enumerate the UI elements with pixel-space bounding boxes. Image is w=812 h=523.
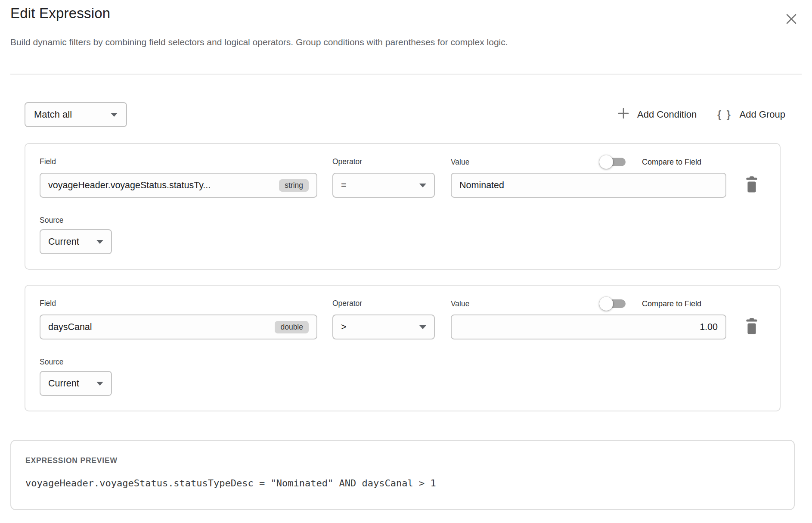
condition-card: Field daysCanal double Operator > Value <box>25 285 781 411</box>
field-label: Field <box>40 157 317 166</box>
compare-toggle[interactable] <box>599 155 626 169</box>
field-label: Field <box>40 299 317 308</box>
value-label: Value <box>451 299 469 308</box>
compare-toggle[interactable] <box>599 297 626 311</box>
field-select[interactable]: daysCanal double <box>40 314 317 339</box>
compare-to-field-label: Compare to Field <box>642 158 701 167</box>
field-value: voyageHeader.voyageStatus.statusTy... <box>48 180 273 191</box>
toggle-thumb-icon <box>599 297 613 311</box>
expression-preview-code: voyageHeader.voyageStatus.statusTypeDesc… <box>25 478 780 489</box>
operator-value: > <box>341 322 347 333</box>
plus-icon <box>617 107 629 122</box>
expression-preview-panel: EXPRESSION PREVIEW voyageHeader.voyageSt… <box>10 440 795 510</box>
delete-condition-button[interactable] <box>742 175 762 195</box>
chevron-down-icon <box>419 184 426 187</box>
toggle-thumb-icon <box>599 155 613 169</box>
chevron-down-icon <box>111 113 118 117</box>
field-type-badge: string <box>279 179 309 192</box>
source-select[interactable]: Current <box>40 371 112 396</box>
field-select[interactable]: voyageHeader.voyageStatus.statusTy... st… <box>40 173 317 198</box>
operator-select[interactable]: > <box>332 314 435 339</box>
value-input[interactable] <box>451 173 726 198</box>
field-type-badge: double <box>275 321 309 334</box>
compare-to-field-label: Compare to Field <box>642 299 701 308</box>
chevron-down-icon <box>419 325 426 329</box>
add-group-button[interactable]: { } Add Group <box>717 109 785 121</box>
trash-icon <box>744 175 759 195</box>
dialog-subtitle: Build dynamic filters by combining field… <box>10 36 802 48</box>
compare-to-field-group: Compare to Field <box>599 155 726 169</box>
operator-label: Operator <box>332 299 435 308</box>
header-divider <box>10 74 802 75</box>
value-label: Value <box>451 158 469 167</box>
field-value: daysCanal <box>48 322 269 333</box>
close-icon <box>786 13 797 26</box>
chevron-down-icon <box>96 382 103 386</box>
edit-expression-dialog: Edit Expression Build dynamic filters by… <box>0 5 812 510</box>
operator-select[interactable]: = <box>332 173 435 198</box>
add-group-label: Add Group <box>740 109 785 120</box>
add-condition-label: Add Condition <box>637 109 697 120</box>
match-mode-value: Match all <box>34 109 72 120</box>
match-mode-select[interactable]: Match all <box>25 102 127 127</box>
operator-value: = <box>341 180 347 191</box>
delete-condition-button[interactable] <box>742 317 762 336</box>
toolbar: Match all Add Condition { } Add Group <box>10 102 802 127</box>
expression-preview-heading: EXPRESSION PREVIEW <box>25 456 780 465</box>
add-condition-button[interactable]: Add Condition <box>617 107 697 122</box>
value-input[interactable] <box>451 314 726 339</box>
source-select[interactable]: Current <box>40 229 112 254</box>
trash-icon <box>744 317 759 336</box>
toolbar-actions: Add Condition { } Add Group <box>617 107 785 122</box>
source-label: Source <box>40 216 766 225</box>
chevron-down-icon <box>96 240 103 244</box>
page-title: Edit Expression <box>10 5 802 22</box>
source-label: Source <box>40 358 766 367</box>
compare-to-field-group: Compare to Field <box>599 297 726 311</box>
source-value: Current <box>48 237 79 247</box>
operator-label: Operator <box>332 157 435 166</box>
braces-icon: { } <box>717 109 731 121</box>
condition-card: Field voyageHeader.voyageStatus.statusTy… <box>25 143 781 270</box>
source-value: Current <box>48 378 79 389</box>
close-button[interactable] <box>785 13 798 26</box>
